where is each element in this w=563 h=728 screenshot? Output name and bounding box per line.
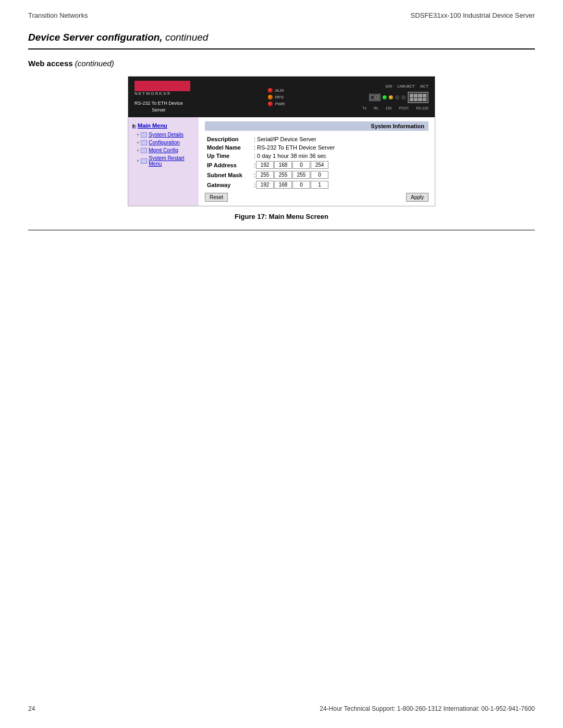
act-led bbox=[389, 95, 393, 100]
web-access-continued: (continued) bbox=[75, 59, 114, 68]
rps-row: RPS bbox=[268, 95, 285, 100]
gw-oct2-input[interactable] bbox=[274, 181, 292, 189]
ip-colon: : bbox=[254, 162, 255, 168]
rps-led bbox=[268, 95, 273, 100]
model-name-value: : RS-232 To ETH Device Server bbox=[252, 143, 429, 152]
ip-input-group: : bbox=[254, 161, 426, 169]
bottom-divider bbox=[28, 230, 535, 230]
ip-oct1-input[interactable] bbox=[256, 161, 274, 169]
right-content: System Information Description : Serial/… bbox=[199, 117, 435, 206]
nav-link-configuration[interactable]: Configuration bbox=[149, 140, 179, 145]
pin3 bbox=[418, 94, 422, 97]
nav-bullet-4: + bbox=[137, 158, 139, 164]
nav-link-system-restart[interactable]: System Restart Menu bbox=[149, 155, 194, 167]
nav-link-system-details[interactable]: System Details bbox=[149, 132, 183, 138]
device-right-panel: 100 LNK/ACT ACT bbox=[362, 84, 429, 110]
transition-logo: TRANSITION NETWORKS® bbox=[134, 81, 190, 96]
nav-bullet-3: + bbox=[137, 148, 139, 153]
subnet-input-group: : bbox=[254, 171, 426, 179]
apply-button[interactable]: Apply bbox=[406, 193, 429, 202]
pin1 bbox=[410, 94, 413, 97]
nav-main-menu[interactable]: ▶ Main Menu bbox=[132, 122, 194, 129]
row-gateway: Gateway : bbox=[205, 180, 429, 190]
pwr-led bbox=[268, 102, 273, 106]
gateway-input-group: : bbox=[254, 181, 426, 189]
title-section: Device Server configuration, continued bbox=[0, 22, 563, 48]
sub-oct3-input[interactable] bbox=[292, 171, 310, 179]
top-port-labels: 100 LNK/ACT ACT bbox=[385, 84, 429, 89]
nav-link-mgmt-config[interactable]: Mgmt Config bbox=[149, 147, 178, 153]
main-title: Device Server configuration, continued bbox=[28, 32, 535, 43]
main-content-area: ▶ Main Menu + System Details + Configura… bbox=[128, 117, 435, 206]
gw-colon: : bbox=[254, 182, 255, 188]
pwr-label: PWR bbox=[275, 102, 285, 106]
ip-oct4-input[interactable] bbox=[311, 161, 328, 169]
sub-oct2-input[interactable] bbox=[274, 171, 292, 179]
subnet-colon: : bbox=[254, 172, 255, 178]
nav-icon-1 bbox=[141, 132, 147, 138]
web-access-title: Web access (continued) bbox=[28, 59, 535, 68]
gateway-fields: : bbox=[252, 180, 429, 190]
sub-oct1-input[interactable] bbox=[256, 171, 274, 179]
header-right: SDSFE31xx-100 Industrial Device Server bbox=[411, 11, 535, 19]
row-description: Description : Serial/IP Device Server bbox=[205, 135, 429, 143]
logo-networks-text: NETWORKS® bbox=[134, 91, 171, 96]
eth-leds2 bbox=[395, 95, 406, 100]
rj45-connector bbox=[408, 92, 429, 103]
gw-oct1-input[interactable] bbox=[256, 181, 274, 189]
header-left: Transition Networks bbox=[28, 11, 88, 19]
pin6 bbox=[414, 98, 418, 102]
ip-oct2-input[interactable] bbox=[274, 161, 292, 169]
gateway-label: Gateway bbox=[205, 180, 252, 190]
ip-address-label: IP Address bbox=[205, 160, 252, 170]
nav-item-system-details[interactable]: + System Details bbox=[132, 132, 194, 138]
nav-icon-3 bbox=[141, 148, 147, 153]
title-continued: continued bbox=[163, 32, 209, 43]
alm-label: ALM bbox=[275, 88, 284, 93]
row-model-name: Model Name : RS-232 To ETH Device Server bbox=[205, 143, 429, 152]
pin4 bbox=[423, 94, 426, 97]
lnkact-led bbox=[383, 95, 387, 100]
row-subnet: Subnet Mask : bbox=[205, 170, 429, 180]
nav-item-system-restart[interactable]: + System Restart Menu bbox=[132, 155, 194, 167]
device-name: RS-232 To ETH Device Server bbox=[134, 100, 183, 113]
page-container: Transition Networks SDSFE31xx-100 Indust… bbox=[0, 0, 563, 728]
page-footer: 24 24-Hour Technical Support: 1-800-260-… bbox=[0, 705, 563, 712]
pin7 bbox=[418, 98, 422, 102]
figure-caption: Figure 17: Main Menu Screen bbox=[28, 213, 535, 220]
sub-oct4-input[interactable] bbox=[311, 171, 328, 179]
left-nav: ▶ Main Menu + System Details + Configura… bbox=[128, 117, 199, 206]
subnet-fields: : bbox=[252, 170, 429, 180]
nav-bullet-2: + bbox=[137, 140, 139, 145]
reset-button[interactable]: Reset bbox=[205, 193, 228, 202]
bottom-buttons: Reset Apply bbox=[205, 193, 429, 202]
device-display: TRANSITION NETWORKS® RS-232 To ETH Devic… bbox=[128, 77, 435, 117]
description-label: Description bbox=[205, 135, 252, 143]
device-status-panel: ALM RPS PWR bbox=[268, 88, 285, 106]
ip-oct3-input[interactable] bbox=[292, 161, 310, 169]
gw-oct4-input[interactable] bbox=[311, 181, 328, 189]
info-table: Description : Serial/IP Device Server Mo… bbox=[205, 135, 429, 190]
title-bold: Device Server configuration, bbox=[28, 32, 163, 43]
nav-item-mgmt-config[interactable]: + Mgmt Config bbox=[132, 147, 194, 153]
eth-led-dark1 bbox=[395, 95, 399, 100]
up-time-value: : 0 day 1 hour 38 min 36 sec bbox=[252, 152, 429, 160]
row-up-time: Up Time : 0 day 1 hour 38 min 36 sec bbox=[205, 152, 429, 160]
pin2 bbox=[414, 94, 418, 97]
web-access-label: Web access bbox=[28, 59, 73, 68]
support-text: 24-Hour Technical Support: 1-800-260-131… bbox=[320, 705, 535, 712]
rps-label: RPS bbox=[275, 95, 284, 100]
gw-oct3-input[interactable] bbox=[292, 181, 310, 189]
page-header: Transition Networks SDSFE31xx-100 Indust… bbox=[0, 0, 563, 22]
nav-main-menu-label[interactable]: Main Menu bbox=[138, 122, 167, 129]
page-number: 24 bbox=[28, 705, 35, 712]
up-time-label: Up Time bbox=[205, 152, 252, 160]
pin5 bbox=[410, 98, 413, 102]
logo-transition-text: TRANSITION bbox=[138, 82, 187, 90]
description-value: : Serial/IP Device Server bbox=[252, 135, 429, 143]
nav-item-configuration[interactable]: + Configuration bbox=[132, 140, 194, 145]
eth-leds bbox=[383, 95, 393, 100]
web-access-section: Web access (continued) TRANSITION NETWOR… bbox=[0, 50, 563, 230]
nav-icon-4 bbox=[141, 158, 147, 164]
bottom-port-labels: Tx Rx 100 POST RS-232 bbox=[362, 106, 429, 110]
